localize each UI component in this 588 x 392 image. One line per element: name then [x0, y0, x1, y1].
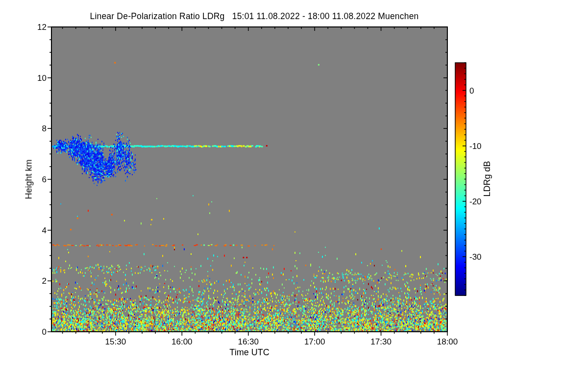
- colorbar-tick-label: -20: [469, 197, 494, 207]
- x-tick-label: 16:00: [165, 337, 199, 347]
- colorbar-tick-label: -10: [469, 142, 494, 151]
- colorbar-tick-label: 0: [469, 86, 494, 96]
- y-tick-label: 0: [20, 327, 47, 337]
- y-tick-label: 10: [20, 74, 47, 83]
- colorbar-label: LDRg dB: [482, 161, 492, 196]
- x-tick-label: 18:00: [430, 337, 465, 347]
- y-tick-label: 6: [20, 175, 47, 185]
- y-tick-label: 2: [20, 276, 47, 286]
- x-tick-label: 17:00: [297, 337, 332, 347]
- y-tick-label: 4: [20, 226, 47, 236]
- chart-title: Linear De-Polarization Ratio LDRg 15:01 …: [51, 11, 457, 22]
- y-tick-label: 12: [20, 23, 47, 32]
- y-tick-label: 8: [20, 124, 47, 134]
- x-tick-label: 15:30: [98, 337, 133, 347]
- colorbar-tick-label: -30: [469, 252, 494, 262]
- plot-canvas: [0, 0, 588, 392]
- x-tick-label: 16:30: [231, 337, 266, 347]
- chart-figure: Linear De-Polarization Ratio LDRg 15:01 …: [0, 0, 588, 392]
- x-axis-label: Time UTC: [51, 347, 447, 358]
- x-tick-label: 17:30: [364, 337, 398, 347]
